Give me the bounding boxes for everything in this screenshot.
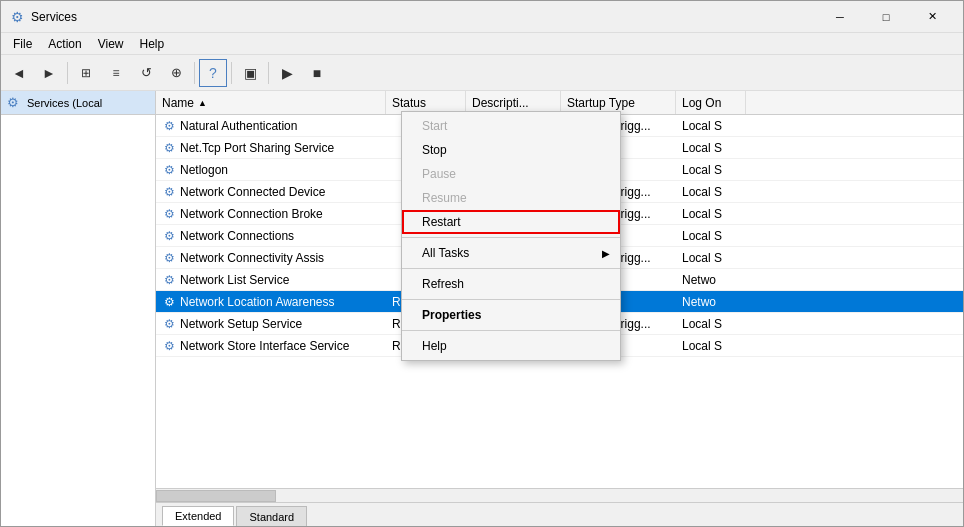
service-name-cell: ⚙ Network Connection Broke bbox=[156, 203, 386, 224]
context-menu: StartStopPauseResumeRestartAll Tasks▶Ref… bbox=[401, 111, 621, 361]
col-header-logon[interactable]: Log On bbox=[676, 91, 746, 114]
service-icon: ⚙ bbox=[162, 119, 176, 133]
menu-bar: File Action View Help bbox=[1, 33, 963, 55]
window: ⚙ Services ─ □ ✕ File Action View Help ◄… bbox=[0, 0, 964, 527]
tab-extended[interactable]: Extended bbox=[162, 506, 234, 526]
toolbar-separator-1 bbox=[67, 62, 68, 84]
menu-action[interactable]: Action bbox=[40, 35, 89, 53]
service-name: Network Connected Device bbox=[180, 185, 325, 199]
toolbar-separator-4 bbox=[268, 62, 269, 84]
service-name: Network Connections bbox=[180, 229, 294, 243]
window-controls: ─ □ ✕ bbox=[817, 1, 955, 33]
service-name-cell: ⚙ Network Setup Service bbox=[156, 313, 386, 334]
toolbar-show-hide-button[interactable]: ⊞ bbox=[72, 59, 100, 87]
context-menu-item-resume: Resume bbox=[402, 186, 620, 210]
service-logon-cell: Local S bbox=[676, 225, 746, 246]
service-logon-cell: Local S bbox=[676, 313, 746, 334]
toolbar-configure-button[interactable]: ▣ bbox=[236, 59, 264, 87]
menu-view[interactable]: View bbox=[90, 35, 132, 53]
context-menu-item-pause: Pause bbox=[402, 162, 620, 186]
service-name: Network Setup Service bbox=[180, 317, 302, 331]
service-icon: ⚙ bbox=[162, 163, 176, 177]
toolbar-export-button[interactable]: ⊕ bbox=[162, 59, 190, 87]
minimize-button[interactable]: ─ bbox=[817, 1, 863, 33]
service-name-cell: ⚙ Natural Authentication bbox=[156, 115, 386, 136]
service-icon: ⚙ bbox=[162, 273, 176, 287]
app-icon: ⚙ bbox=[9, 9, 25, 25]
service-name-cell: ⚙ Network List Service bbox=[156, 269, 386, 290]
service-name-cell: ⚙ Netlogon bbox=[156, 159, 386, 180]
menu-help[interactable]: Help bbox=[132, 35, 173, 53]
service-name-cell: ⚙ Net.Tcp Port Sharing Service bbox=[156, 137, 386, 158]
toolbar-list-button[interactable]: ≡ bbox=[102, 59, 130, 87]
col-header-name[interactable]: Name ▲ bbox=[156, 91, 386, 114]
service-icon: ⚙ bbox=[162, 141, 176, 155]
service-name-cell: ⚙ Network Location Awareness bbox=[156, 291, 386, 312]
context-menu-item-help[interactable]: Help bbox=[402, 334, 620, 358]
service-logon-cell: Local S bbox=[676, 159, 746, 180]
service-logon-cell: Local S bbox=[676, 247, 746, 268]
service-name-cell: ⚙ Network Connections bbox=[156, 225, 386, 246]
service-name-cell: ⚙ Network Connectivity Assis bbox=[156, 247, 386, 268]
context-menu-item-refresh[interactable]: Refresh bbox=[402, 272, 620, 296]
menu-file[interactable]: File bbox=[5, 35, 40, 53]
sidebar-icon: ⚙ bbox=[7, 95, 23, 111]
service-icon: ⚙ bbox=[162, 317, 176, 331]
toolbar: ◄ ► ⊞ ≡ ↺ ⊕ ? ▣ ▶ ■ bbox=[1, 55, 963, 91]
toolbar-separator-3 bbox=[231, 62, 232, 84]
service-icon: ⚙ bbox=[162, 295, 176, 309]
sidebar-header: ⚙ Services (Local bbox=[1, 91, 155, 115]
submenu-arrow: ▶ bbox=[602, 248, 610, 259]
window-title: Services bbox=[31, 10, 817, 24]
service-name: Natural Authentication bbox=[180, 119, 297, 133]
context-menu-item-start: Start bbox=[402, 114, 620, 138]
context-menu-separator bbox=[402, 299, 620, 300]
service-icon: ⚙ bbox=[162, 251, 176, 265]
service-name: Network Connection Broke bbox=[180, 207, 323, 221]
sidebar: ⚙ Services (Local bbox=[1, 91, 156, 526]
service-icon: ⚙ bbox=[162, 339, 176, 353]
context-menu-item-stop[interactable]: Stop bbox=[402, 138, 620, 162]
service-name: Net.Tcp Port Sharing Service bbox=[180, 141, 334, 155]
context-menu-separator bbox=[402, 330, 620, 331]
service-name: Network List Service bbox=[180, 273, 289, 287]
sidebar-label: Services (Local bbox=[27, 97, 102, 109]
service-name: Network Store Interface Service bbox=[180, 339, 349, 353]
service-logon-cell: Local S bbox=[676, 137, 746, 158]
toolbar-forward-button[interactable]: ► bbox=[35, 59, 63, 87]
service-logon-cell: Local S bbox=[676, 203, 746, 224]
toolbar-stop-button[interactable]: ■ bbox=[303, 59, 331, 87]
maximize-button[interactable]: □ bbox=[863, 1, 909, 33]
bottom-tabs: Extended Standard bbox=[156, 502, 963, 526]
toolbar-play-button[interactable]: ▶ bbox=[273, 59, 301, 87]
service-name: Network Location Awareness bbox=[180, 295, 335, 309]
service-name: Netlogon bbox=[180, 163, 228, 177]
service-name-cell: ⚙ Network Store Interface Service bbox=[156, 335, 386, 356]
service-logon-cell: Netwo bbox=[676, 291, 746, 312]
service-icon: ⚙ bbox=[162, 207, 176, 221]
scrollbar-thumb[interactable] bbox=[156, 490, 276, 502]
context-menu-item-all-tasks[interactable]: All Tasks▶ bbox=[402, 241, 620, 265]
service-name-cell: ⚙ Network Connected Device bbox=[156, 181, 386, 202]
horizontal-scrollbar[interactable] bbox=[156, 488, 963, 502]
title-bar: ⚙ Services ─ □ ✕ bbox=[1, 1, 963, 33]
context-menu-separator bbox=[402, 237, 620, 238]
sort-arrow: ▲ bbox=[198, 98, 207, 108]
toolbar-back-button[interactable]: ◄ bbox=[5, 59, 33, 87]
toolbar-help-button[interactable]: ? bbox=[199, 59, 227, 87]
service-logon-cell: Local S bbox=[676, 115, 746, 136]
service-name: Network Connectivity Assis bbox=[180, 251, 324, 265]
service-icon: ⚙ bbox=[162, 229, 176, 243]
toolbar-refresh-button[interactable]: ↺ bbox=[132, 59, 160, 87]
context-menu-item-restart[interactable]: Restart bbox=[402, 210, 620, 234]
toolbar-separator-2 bbox=[194, 62, 195, 84]
service-logon-cell: Netwo bbox=[676, 269, 746, 290]
service-logon-cell: Local S bbox=[676, 181, 746, 202]
context-menu-separator bbox=[402, 268, 620, 269]
service-logon-cell: Local S bbox=[676, 335, 746, 356]
context-menu-item-properties[interactable]: Properties bbox=[402, 303, 620, 327]
close-button[interactable]: ✕ bbox=[909, 1, 955, 33]
service-icon: ⚙ bbox=[162, 185, 176, 199]
tab-standard[interactable]: Standard bbox=[236, 506, 307, 526]
